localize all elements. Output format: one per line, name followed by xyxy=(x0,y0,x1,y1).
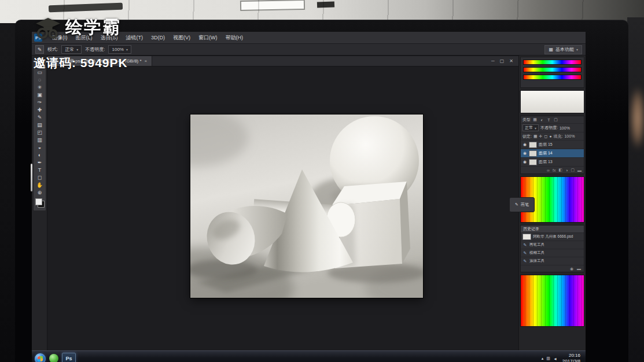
pen-tool[interactable]: ✒ xyxy=(35,158,45,166)
color-ramp[interactable] xyxy=(520,90,584,113)
layer-thumbnail xyxy=(529,159,537,165)
workspace-grid-icon: ▦ xyxy=(549,47,553,52)
crop-tool[interactable]: ▣ xyxy=(35,91,45,98)
adjustment-layer-icon[interactable]: ◑ xyxy=(565,168,568,172)
room-background-left xyxy=(0,23,16,362)
shape-tool[interactable]: ◻ xyxy=(35,173,45,181)
lasso-tool[interactable]: ◌ xyxy=(35,76,45,83)
mode-dropdown[interactable]: 正常 ▾ xyxy=(61,45,82,54)
eyedropper-tool[interactable]: ✑ xyxy=(35,98,45,106)
layer-opacity-value[interactable]: 100% xyxy=(560,126,570,130)
layer-row-selected[interactable]: ◉ 图层 14 xyxy=(521,149,584,157)
workspace-switcher-button[interactable]: ▦ 基本功能 ▾ xyxy=(544,45,582,54)
dodge-tool[interactable]: ◐ xyxy=(35,151,45,158)
menu-item-view[interactable]: 视图(V) xyxy=(169,32,194,43)
layer-row[interactable]: ◉ 图层 13 xyxy=(521,157,584,166)
history-title: 历史记录 xyxy=(523,226,539,232)
menu-item-3d[interactable]: 3D(D) xyxy=(147,32,169,43)
history-panel-header[interactable]: 历史记录 xyxy=(521,226,584,232)
taskbar-clock[interactable]: 20:16 2017/3/8 xyxy=(560,353,583,362)
canvas-artwork[interactable] xyxy=(190,114,423,298)
type-filter-icon[interactable]: T xyxy=(546,118,551,122)
visibility-eye-icon[interactable]: ◉ xyxy=(522,142,527,147)
new-layer-icon[interactable]: ▢ xyxy=(571,168,575,172)
volume-icon[interactable]: ◄ xyxy=(553,357,557,361)
lock-position-icon[interactable]: ✛ xyxy=(539,134,543,139)
zoom-tool[interactable]: ⊕ xyxy=(35,189,45,196)
adjustment-filter-icon[interactable]: ◐ xyxy=(539,118,544,122)
brush-tool[interactable]: ✎ xyxy=(35,113,45,121)
start-button[interactable] xyxy=(35,353,46,362)
delete-layer-icon[interactable]: ▬ xyxy=(577,168,582,172)
stamp-tool[interactable]: ▤ xyxy=(35,121,45,128)
visibility-eye-icon[interactable]: ◉ xyxy=(522,160,527,164)
brush-tool-hint[interactable]: ✎ 画笔 xyxy=(509,197,535,212)
foreground-color-swatch[interactable] xyxy=(35,198,42,205)
history-step-icon: ✎ xyxy=(522,243,528,248)
link-layers-icon[interactable]: ∞ xyxy=(547,168,550,172)
blend-mode-dropdown[interactable]: 正常 ▾ xyxy=(522,124,539,131)
document-area: 阿欧华.psd @ 66.7%(图层 14, RGB/8) * × ─ ▢ ✕ xyxy=(47,56,519,351)
red-slider[interactable] xyxy=(523,60,582,65)
opacity-dropdown[interactable]: 100% ▾ xyxy=(108,45,131,54)
opacity-value: 100% xyxy=(112,47,123,52)
layer-mask-icon[interactable]: ◧ xyxy=(559,168,563,172)
screen-reflection xyxy=(31,164,32,191)
chevron-down-icon: ▾ xyxy=(576,47,578,51)
layer-thumbnail xyxy=(529,142,537,148)
layer-row[interactable]: ◉ 图层 15 xyxy=(521,140,584,149)
lock-pixels-icon[interactable]: ◻ xyxy=(544,134,547,139)
blur-tool[interactable]: ◒ xyxy=(35,143,45,151)
lock-all-icon[interactable]: ● xyxy=(549,134,551,138)
close-icon[interactable]: ✕ xyxy=(509,58,513,64)
blue-slider[interactable] xyxy=(523,75,582,80)
layer-style-icon[interactable]: fx xyxy=(553,168,555,172)
new-snapshot-icon[interactable]: ◉ xyxy=(570,267,573,271)
pixel-filter-icon[interactable]: ▦ xyxy=(532,117,538,122)
invite-code: 邀请码: 5949PK xyxy=(34,55,128,71)
magic-wand-tool[interactable]: ✳ xyxy=(35,83,45,91)
restore-icon[interactable]: ▢ xyxy=(500,58,505,64)
eraser-tool[interactable]: ◰ xyxy=(35,128,45,136)
menu-item-filter[interactable]: 滤镜(T) xyxy=(122,32,148,43)
hand-tool[interactable]: ✋ xyxy=(35,181,45,189)
fill-value[interactable]: 100% xyxy=(564,134,575,138)
history-step-row[interactable]: ✎ 涂抹工具 xyxy=(521,257,584,265)
clock-date: 2017/3/8 xyxy=(562,359,580,362)
lock-transparency-icon[interactable]: ▦ xyxy=(533,134,538,139)
tray-expand-icon[interactable]: ▴ xyxy=(542,356,544,361)
color-swatches[interactable] xyxy=(35,198,45,208)
layers-panel: 类型 ▦ ◐ T ▢ 正常 ▾ 不透明度: 100% xyxy=(520,116,584,174)
minimize-icon[interactable]: ─ xyxy=(491,58,495,64)
delete-history-icon[interactable]: ▬ xyxy=(577,267,581,271)
history-panel: 历史记录 阿欧华 几何体 6666.psd ✎ 画笔工具 ✎ 模糊工具 xyxy=(520,225,584,272)
gradient-spectrum-panel[interactable] xyxy=(520,275,584,327)
visibility-eye-icon[interactable]: ◉ xyxy=(522,151,527,156)
green-slider[interactable] xyxy=(523,67,582,72)
ceiling-vent xyxy=(317,1,334,8)
healing-tool[interactable]: ✚ xyxy=(35,106,45,113)
photoshop-taskbar-icon[interactable]: Ps xyxy=(62,353,76,362)
network-icon[interactable]: ▥ xyxy=(546,356,550,361)
photo-of-monitor: Ps 图像(I) 图层(L) 选择(S) 滤镜(T) 3D(D) 视图(V) 窗… xyxy=(0,0,644,362)
close-icon[interactable]: × xyxy=(145,58,148,64)
menu-item-window[interactable]: 窗口(W) xyxy=(194,32,222,43)
workspace-label: 基本功能 xyxy=(555,46,574,53)
active-tool-icon[interactable]: ✎ xyxy=(35,45,44,54)
type-tool[interactable]: T xyxy=(35,166,45,173)
system-tray: ▴ ▥ ◄ 20:16 2017/3/8 xyxy=(542,353,583,362)
history-step-row[interactable]: ✎ 模糊工具 xyxy=(521,249,584,257)
color-panel xyxy=(520,57,584,88)
ps-workspace: ✛ ▭ ◌ ✳ ▣ ✑ ✚ ✎ ▤ ◰ ▥ ◒ ◐ ✒ T ◻ ✋ xyxy=(32,56,586,351)
layer-name: 图层 15 xyxy=(539,142,553,147)
menu-item-help[interactable]: 帮助(H) xyxy=(222,32,248,43)
gradient-tool[interactable]: ▥ xyxy=(35,136,45,143)
lock-label: 锁定: xyxy=(522,134,532,139)
layer-opacity-label: 不透明度: xyxy=(540,125,558,131)
shape-filter-icon[interactable]: ▢ xyxy=(553,117,558,122)
history-step-row[interactable]: ✎ 画笔工具 xyxy=(521,241,584,249)
history-panel-footer: ◉ ▬ xyxy=(521,265,584,272)
history-snapshot-row[interactable]: 阿欧华 几何体 6666.psd xyxy=(521,232,584,241)
brush-hint-label: 画笔 xyxy=(521,202,529,208)
browser-taskbar-icon[interactable] xyxy=(49,354,58,362)
